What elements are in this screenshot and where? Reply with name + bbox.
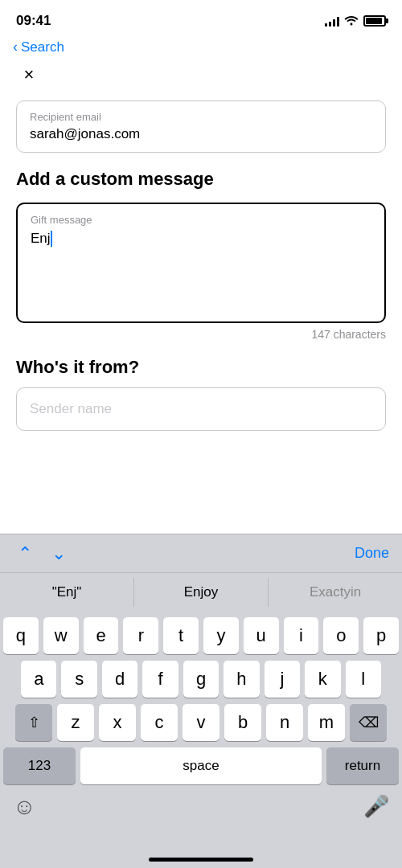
status-bar: 09:41 (0, 0, 402, 35)
key-f[interactable]: f (142, 661, 178, 698)
key-w[interactable]: w (43, 617, 79, 654)
key-y[interactable]: y (203, 617, 239, 654)
nav-bar: ‹ Search (0, 35, 402, 62)
keyboard-row-1: q w e r t y u i o p (3, 617, 399, 654)
keyboard-row-4: 123 space return (3, 747, 399, 784)
key-p[interactable]: p (363, 617, 399, 654)
recipient-email-field[interactable]: Recipient email sarah@jonas.com (16, 100, 386, 153)
toolbar-prev-button[interactable]: ⌃ (13, 540, 37, 567)
autocomplete-item-2[interactable]: Exactyin (269, 578, 402, 607)
gift-message-label: Gift message (31, 214, 371, 226)
sender-section: Who's it from? Sender name (16, 357, 386, 431)
key-o[interactable]: o (323, 617, 359, 654)
emoji-icon[interactable]: ☺ (13, 794, 36, 820)
key-h[interactable]: h (224, 661, 259, 698)
text-cursor (51, 231, 52, 247)
gift-message-content: Enj (31, 231, 371, 247)
close-button[interactable]: × (16, 62, 42, 88)
backspace-key[interactable]: ⌫ (350, 704, 387, 741)
shift-key[interactable]: ⇧ (15, 704, 52, 741)
keyboard-row-3: ⇧ z x c v b n m ⌫ (3, 704, 399, 741)
key-x[interactable]: x (99, 704, 136, 741)
bottom-bar (0, 858, 402, 862)
char-count: 147 characters (16, 328, 386, 341)
numbers-key[interactable]: 123 (3, 747, 76, 784)
custom-message-title: Add a custom message (16, 169, 386, 190)
key-g[interactable]: g (183, 661, 219, 698)
battery-icon (363, 15, 386, 27)
recipient-email-label: Recipient email (30, 111, 372, 123)
status-time: 09:41 (16, 13, 51, 29)
key-v[interactable]: v (183, 704, 219, 741)
key-t[interactable]: t (163, 617, 199, 654)
key-b[interactable]: b (224, 704, 261, 741)
toolbar-next-button[interactable]: ⌄ (47, 540, 71, 567)
sender-name-field[interactable]: Sender name (16, 387, 386, 431)
autocomplete-item-1[interactable]: Enjoy (134, 578, 269, 607)
key-z[interactable]: z (57, 704, 94, 741)
space-key[interactable]: space (80, 747, 322, 784)
key-n[interactable]: n (266, 704, 303, 741)
key-e[interactable]: e (84, 617, 119, 654)
gift-message-field[interactable]: Gift message Enj (16, 203, 386, 323)
signal-icon (325, 15, 339, 27)
toolbar-done-button[interactable]: Done (355, 545, 389, 562)
toolbar-navigation: ⌃ ⌄ (13, 540, 71, 567)
back-chevron-icon: ‹ (13, 39, 18, 55)
gift-message-text: Enj (31, 231, 51, 247)
key-a[interactable]: a (21, 661, 56, 698)
key-c[interactable]: c (141, 704, 178, 741)
sender-name-placeholder: Sender name (30, 401, 372, 417)
key-s[interactable]: s (61, 661, 96, 698)
back-button[interactable]: ‹ Search (13, 39, 64, 55)
autocomplete-bar: "Enj" Enjoy Exactyin (0, 572, 402, 611)
sender-section-title: Who's it from? (16, 357, 386, 378)
key-i[interactable]: i (284, 617, 319, 654)
content-area: × Recipient email sarah@jonas.com Add a … (0, 62, 402, 431)
keyboard-bottom-row: ☺ 🎤 (3, 791, 399, 820)
home-indicator (149, 858, 253, 862)
autocomplete-item-0[interactable]: "Enj" (0, 578, 134, 607)
key-d[interactable]: d (102, 661, 137, 698)
key-u[interactable]: u (244, 617, 279, 654)
keyboard-row-2: a s d f g h j k l (3, 661, 399, 698)
return-key[interactable]: return (326, 747, 399, 784)
wifi-icon (344, 14, 359, 28)
status-icons (325, 14, 386, 28)
key-k[interactable]: k (305, 661, 340, 698)
key-m[interactable]: m (308, 704, 345, 741)
mic-icon[interactable]: 🎤 (363, 794, 389, 820)
recipient-email-value: sarah@jonas.com (30, 126, 372, 142)
keyboard-toolbar: ⌃ ⌄ Done (0, 534, 402, 572)
back-label: Search (21, 39, 64, 55)
keyboard: q w e r t y u i o p a s d f g h j k l ⇧ … (0, 611, 402, 868)
key-l[interactable]: l (346, 661, 381, 698)
close-icon: × (24, 64, 35, 85)
key-r[interactable]: r (123, 617, 158, 654)
key-q[interactable]: q (3, 617, 39, 654)
key-j[interactable]: j (265, 661, 300, 698)
